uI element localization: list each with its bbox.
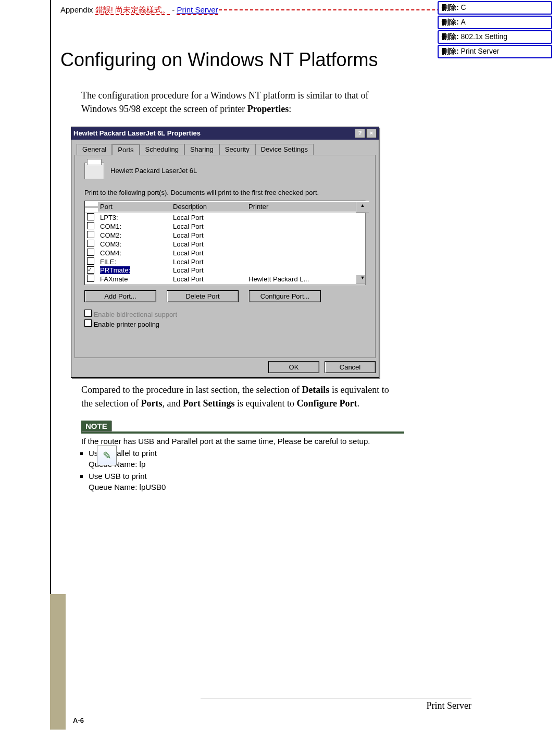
printer-icon [84,163,104,179]
printer-name: Hewlett Packard LaserJet 6L [110,167,197,175]
scroll-down-icon[interactable]: ▼ [356,275,365,284]
table-row: COM4:Local Port [85,249,365,257]
port-list-header: Port Description Printer ▲ [85,201,365,213]
cancel-button[interactable]: Cancel [325,361,376,373]
list-item: Use Parallel to print Queue Name: lp [89,449,404,468]
table-row: PRTmate:Local Port [85,266,365,275]
ok-button[interactable]: OK [268,361,319,373]
dialog-tabs: General Ports Scheduling Sharing Securit… [77,144,377,155]
tab-scheduling[interactable]: Scheduling [140,144,184,155]
table-row: COM1:Local Port [85,222,365,231]
table-row: COM2:Local Port [85,231,365,240]
checkbox-icon[interactable] [87,249,94,256]
table-row: FAXmateLocal PortHewlett Packard L...▼ [85,275,365,284]
tab-body: Hewlett Packard LaserJet 6L Print to the… [74,155,376,358]
table-row: FILE:Local Port [85,257,365,266]
table-row: LPT3:Local Port [85,213,365,222]
help-icon[interactable]: ? [355,129,365,138]
balloon-3: 刪除: 802.1x Setting [438,30,552,44]
properties-dialog: Hewlett Packard LaserJet 6L Properties ?… [71,127,379,378]
header-link: Print Server [177,5,218,15]
balloon-2: 刪除: A [438,16,552,29]
note-rule [81,431,404,434]
page-title: Configuring on Windows NT Platforms [60,47,425,73]
checkbox-icon[interactable] [87,231,94,238]
checkbox-icon[interactable] [87,257,94,265]
running-header: Appendix 錯誤! 尚未定義樣式。 - Print Server [60,5,218,15]
tab-sharing[interactable]: Sharing [184,144,219,155]
note-text: If the router has USB and Parallel port … [81,437,404,446]
dialog-title: Hewlett Packard LaserJet 6L Properties [73,129,201,137]
checkbox-icon[interactable] [87,213,94,220]
comparison-paragraph: Compared to the procedure in last sectio… [81,383,394,410]
page-number: A-6 [73,717,84,724]
add-port-button[interactable]: Add Port... [84,290,156,302]
configure-port-button[interactable]: Configure Port... [249,290,321,302]
note-block: NOTE If the router has USB and Parallel … [81,421,404,491]
checkbox-icon[interactable] [87,275,94,282]
header-dash: - [170,5,177,14]
checkbox-icon[interactable] [87,240,94,247]
header-prefix: Appendix [60,5,95,14]
checkbox-icon[interactable] [84,319,92,327]
dialog-titlebar: Hewlett Packard LaserJet 6L Properties ?… [71,127,379,140]
balloon-4: 刪除: Print Server [438,45,552,58]
delete-port-button[interactable]: Delete Port [167,290,239,302]
intro-paragraph: The configuration procedure for a Window… [81,89,394,116]
page-content: Configuring on Windows NT Platforms The … [60,36,425,495]
list-item: Use USB to print Queue Name: lpUSB0 [89,472,404,491]
port-rows: LPT3:Local Port COM1:Local Port COM2:Loc… [85,213,365,285]
note-list: Use Parallel to print Queue Name: lp Use… [89,449,404,491]
balloon-1: 刪除: C [438,1,552,15]
checkbox-icon[interactable] [87,266,94,274]
scroll-up-icon[interactable]: ▲ [356,201,369,213]
close-icon[interactable]: × [366,129,377,138]
tab-general[interactable]: General [77,144,112,155]
port-list[interactable]: Port Description Printer ▲ LPT3:Local Po… [84,201,366,285]
tab-ports[interactable]: Ports [112,144,139,155]
note-icon: ✎ [97,446,117,465]
revision-balloons: 刪除: C 刪除: A 刪除: 802.1x Setting 刪除: Print… [438,1,552,59]
margin-block [50,594,66,730]
table-row: COM3:Local Port [85,240,365,249]
tab-security[interactable]: Security [219,144,255,155]
checkbox-icon[interactable] [84,310,92,317]
pooling-label: Enable printer pooling [94,320,159,328]
header-error: 錯誤! 尚未定義樣式。 [95,5,170,15]
tab-device-settings[interactable]: Device Settings [255,144,314,155]
running-footer: Print Server [201,698,471,711]
note-label: NOTE [81,421,111,431]
port-instruction: Print to the following port(s). Document… [84,189,366,196]
bidir-label: Enable bidirectional support [94,311,177,318]
checkbox-icon[interactable] [87,222,94,229]
